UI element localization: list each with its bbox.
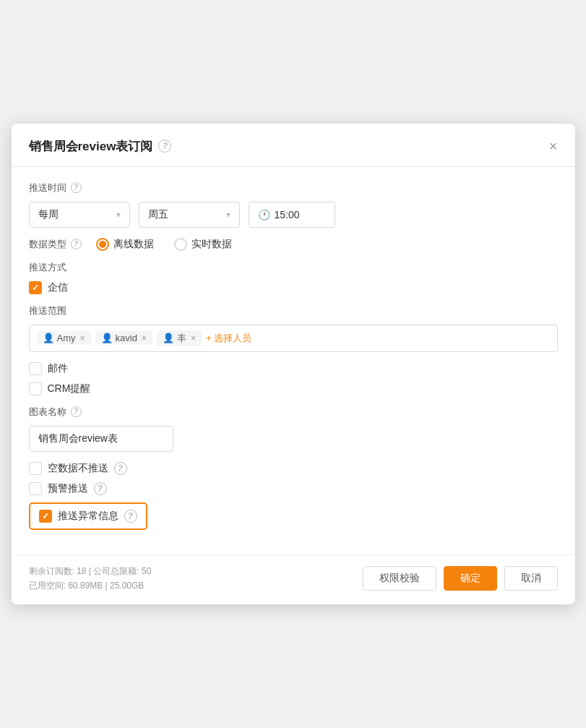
radio-inner-offline (99, 241, 106, 248)
push-range-section: 推送范围 👤 Amy × 👤 kavid × 👤 丰 × + (29, 304, 558, 352)
empty-data-checkbox (29, 462, 42, 475)
close-button[interactable]: × (549, 139, 558, 153)
data-type-label: 数据类型 ? (29, 238, 82, 251)
push-time-help-icon[interactable]: ? (71, 182, 82, 193)
avatar-icon-amy: 👤 (43, 333, 54, 343)
radio-outer-offline (96, 238, 109, 251)
abnormal-push-checkbox (39, 510, 52, 523)
clock-icon: 🕐 (258, 209, 270, 220)
data-type-row: 数据类型 ? 离线数据 实时数据 (29, 238, 558, 251)
footer-info: 剩余订阅数: 18 | 公司总限额: 50 已用空间: 60.89MB | 25… (29, 564, 152, 594)
push-time-label: 推送时间 ? (29, 181, 558, 194)
avatar-icon-feng: 👤 (163, 333, 174, 343)
cancel-button[interactable]: 取消 (504, 566, 558, 591)
push-method-qixin[interactable]: 企信 (29, 281, 558, 294)
dialog-body: 推送时间 ? 每周 ▾ 周五 ▾ 🕐 15:00 (12, 167, 575, 554)
push-time-row: 每周 ▾ 周五 ▾ 🕐 15:00 (29, 202, 558, 228)
radio-realtime[interactable]: 实时数据 (174, 238, 232, 251)
chart-name-input[interactable] (29, 426, 173, 452)
chart-name-section: 图表名称 ? (29, 406, 558, 452)
radio-outer-realtime (174, 238, 187, 251)
data-type-section: 数据类型 ? 离线数据 实时数据 (29, 238, 558, 251)
data-type-help-icon[interactable]: ? (71, 239, 82, 249)
abnormal-push-help-icon[interactable]: ? (124, 510, 137, 523)
avatar-icon-kavid: 👤 (101, 333, 113, 343)
chart-name-help-icon[interactable]: ? (71, 406, 82, 417)
dialog-footer: 剩余订阅数: 18 | 公司总限额: 50 已用空间: 60.89MB | 25… (12, 554, 575, 605)
bottom-checks-section: 空数据不推送 ? 预警推送 ? 推送异常信息 ? (29, 462, 558, 530)
dialog-title: 销售周会review表订阅 (29, 138, 153, 155)
crm-check[interactable]: CRM提醒 (29, 382, 558, 395)
chevron-down-icon: ▾ (226, 210, 230, 220)
remove-amy[interactable]: × (80, 333, 85, 343)
remove-feng[interactable]: × (191, 333, 196, 343)
empty-data-help-icon[interactable]: ? (114, 462, 127, 475)
push-method-label: 推送方式 (29, 261, 558, 274)
person-tag-amy: 👤 Amy × (37, 331, 91, 345)
footer-buttons: 权限校验 确定 取消 (363, 566, 558, 591)
extra-options-section: 邮件 CRM提醒 (29, 362, 558, 395)
people-selector[interactable]: 👤 Amy × 👤 kavid × 👤 丰 × + 选择人员 (29, 325, 558, 352)
warning-push-help-icon[interactable]: ? (94, 482, 107, 495)
subscription-dialog: 销售周会review表订阅 ? × 推送时间 ? 每周 ▾ 周五 ▾ (12, 124, 575, 605)
empty-data-check[interactable]: 空数据不推送 ? (29, 462, 558, 475)
push-time-section: 推送时间 ? 每周 ▾ 周五 ▾ 🕐 15:00 (29, 181, 558, 228)
person-tag-feng: 👤 丰 × (157, 330, 202, 346)
abnormal-push-check[interactable]: 推送异常信息 ? (29, 502, 147, 530)
add-people-button[interactable]: + 选择人员 (206, 332, 251, 345)
email-check[interactable]: 邮件 (29, 362, 558, 375)
crm-checkbox (29, 382, 42, 395)
dialog-header: 销售周会review表订阅 ? × (12, 124, 575, 167)
confirm-button[interactable]: 确定 (444, 566, 497, 591)
qixin-checkbox (29, 281, 42, 294)
warning-push-check[interactable]: 预警推送 ? (29, 482, 558, 495)
radio-offline[interactable]: 离线数据 (96, 238, 154, 251)
time-input[interactable]: 🕐 15:00 (249, 202, 335, 228)
data-type-radio-group: 离线数据 实时数据 (96, 238, 232, 251)
remove-kavid[interactable]: × (142, 333, 147, 343)
push-range-label: 推送范围 (29, 304, 558, 317)
title-help-icon[interactable]: ? (158, 140, 171, 153)
email-checkbox (29, 362, 42, 375)
warning-push-checkbox (29, 482, 42, 495)
chart-name-label: 图表名称 ? (29, 406, 558, 419)
auth-check-button[interactable]: 权限校验 (363, 566, 436, 591)
person-tag-kavid: 👤 kavid × (95, 331, 152, 345)
title-row: 销售周会review表订阅 ? (29, 138, 172, 155)
chevron-down-icon: ▾ (116, 210, 121, 220)
day-select[interactable]: 周五 ▾ (139, 202, 240, 228)
frequency-select[interactable]: 每周 ▾ (29, 202, 130, 228)
push-method-section: 推送方式 企信 (29, 261, 558, 294)
